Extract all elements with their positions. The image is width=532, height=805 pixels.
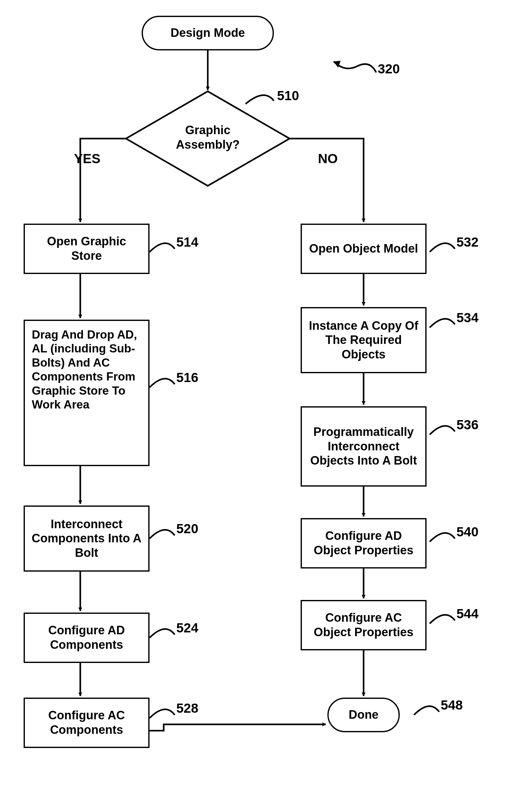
process-configure-ac-components: Configure AC Components — [24, 698, 150, 748]
ref-no4: 540 — [456, 524, 478, 540]
ref-decision: 510 — [277, 88, 299, 103]
ref-no5: 544 — [456, 606, 478, 621]
ref-yes3: 520 — [176, 521, 198, 536]
decision-text-line2: Assembly? — [164, 138, 252, 151]
process-configure-ad-object-props: Configure AD Object Properties — [301, 518, 426, 568]
ref-yes5: 528 — [176, 701, 198, 716]
terminator-done: Done — [327, 698, 400, 732]
process-programmatic-interconnect: Programmatically Interconnect Objects In… — [301, 406, 426, 487]
process-interconnect-components: Interconnect Components Into A Bolt — [24, 505, 150, 572]
ref-figure: 320 — [378, 61, 400, 77]
branch-no-label: NO — [318, 151, 338, 166]
ref-yes4: 524 — [176, 620, 198, 636]
ref-no3: 536 — [456, 417, 478, 432]
process-configure-ac-object-props: Configure AC Object Properties — [301, 600, 426, 650]
process-open-object-model: Open Object Model — [301, 224, 426, 274]
process-configure-ad-components: Configure AD Components — [24, 613, 150, 663]
decision-text-line1: Graphic — [164, 124, 252, 137]
ref-done: 548 — [441, 698, 463, 713]
process-open-graphic-store: Open Graphic Store — [24, 224, 150, 274]
terminator-start: Design Mode — [142, 16, 274, 50]
ref-yes2: 516 — [176, 370, 198, 385]
branch-yes-label: YES — [74, 151, 100, 166]
ref-yes1: 514 — [176, 235, 198, 250]
ref-no1: 532 — [456, 235, 478, 250]
process-instance-copy-objects: Instance A Copy Of The Required Objects — [301, 307, 426, 373]
ref-no2: 534 — [456, 310, 478, 325]
process-drag-drop-components: Drag And Drop AD, AL (including Sub-Bolt… — [24, 320, 150, 466]
